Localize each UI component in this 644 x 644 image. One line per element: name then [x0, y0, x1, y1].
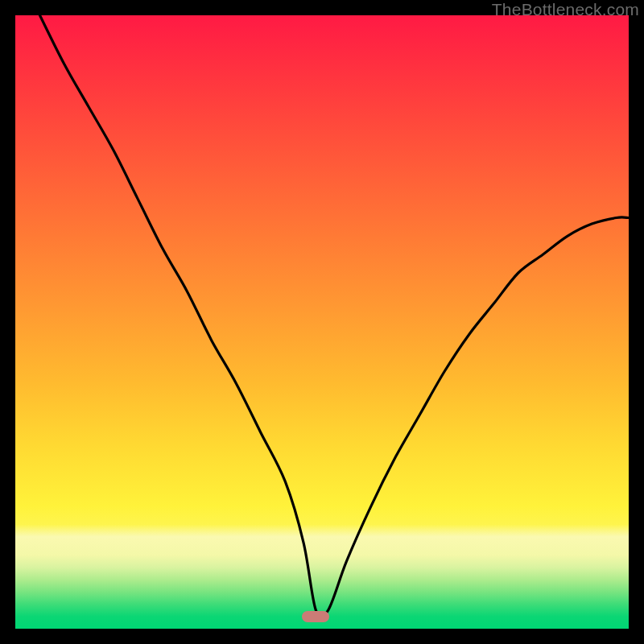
plot-area	[15, 15, 629, 629]
chart-frame: TheBottleneck.com	[0, 0, 644, 644]
optimal-marker	[302, 611, 329, 622]
bottleneck-curve	[15, 15, 629, 629]
watermark-text: TheBottleneck.com	[492, 0, 639, 19]
